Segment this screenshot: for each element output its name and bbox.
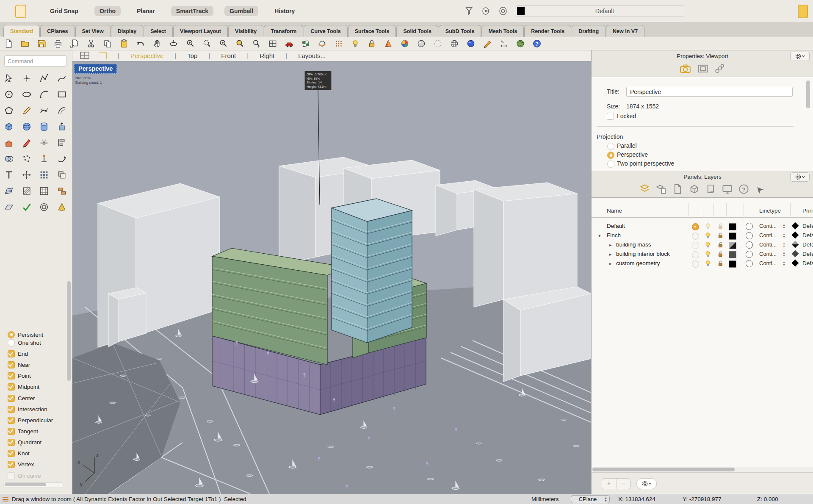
- tab-solid-tools[interactable]: Solid Tools: [396, 25, 438, 37]
- column-print[interactable]: Print: [802, 208, 813, 214]
- ghosted-sphere-icon[interactable]: [433, 39, 443, 49]
- layer-visibility-bulb-icon[interactable]: [705, 223, 711, 231]
- tool-cone-icon[interactable]: [54, 200, 70, 214]
- layer-color-swatch[interactable]: [729, 242, 736, 249]
- projection-radio-two-point-perspective[interactable]: [607, 161, 614, 168]
- render-icon[interactable]: [383, 39, 393, 49]
- tool-rectangle-icon[interactable]: [54, 88, 70, 101]
- tab-drafting[interactable]: Drafting: [572, 25, 606, 37]
- tool-circle-icon[interactable]: [1, 88, 17, 101]
- checkbox-icon[interactable]: [8, 395, 15, 402]
- earth-icon[interactable]: [515, 39, 525, 49]
- layer-row-building-mass[interactable]: ▸building massConti...▲▼Default: [592, 241, 813, 250]
- lamp-icon[interactable]: [350, 39, 360, 49]
- osnap-intersection[interactable]: Intersection: [0, 404, 68, 414]
- column-linetype[interactable]: Linetype: [759, 208, 781, 214]
- tool-array-icon[interactable]: [36, 168, 52, 182]
- checkbox-icon[interactable]: [8, 450, 15, 457]
- export-icon[interactable]: [69, 39, 80, 49]
- checkbox-icon[interactable]: [8, 417, 15, 424]
- tool-check-icon[interactable]: [19, 200, 35, 214]
- layer-print-width[interactable]: Default: [802, 232, 813, 238]
- layer-color-swatch[interactable]: [729, 223, 736, 230]
- tool-handle-icon[interactable]: [36, 152, 52, 166]
- layers-horizontal-scrollbar[interactable]: [592, 467, 813, 472]
- record-icon[interactable]: [481, 6, 491, 16]
- tab-mesh-tools[interactable]: Mesh Tools: [481, 25, 524, 37]
- point-grid-icon[interactable]: [334, 39, 344, 49]
- tool-mesh-sphere-icon[interactable]: [36, 200, 52, 214]
- checkbox-icon[interactable]: [8, 439, 15, 446]
- layer-print-width[interactable]: Default: [802, 241, 813, 248]
- rendered-sphere-icon[interactable]: [466, 39, 476, 49]
- display-preset-field[interactable]: Default: [515, 5, 685, 17]
- chevron-right-icon[interactable]: ▸: [609, 261, 612, 266]
- page-icon[interactable]: [672, 183, 683, 197]
- tab-cplanes[interactable]: CPlanes: [40, 25, 75, 37]
- tool-boolean-icon[interactable]: [1, 152, 17, 166]
- orbit-icon[interactable]: [317, 39, 327, 49]
- tool-sketch-icon[interactable]: [19, 104, 35, 117]
- osnap-tangent[interactable]: Tangent: [0, 426, 68, 436]
- command-history-icon[interactable]: [3, 497, 8, 501]
- tool-freeform-curve-icon[interactable]: [54, 72, 70, 85]
- tool-select-arrow-icon[interactable]: [1, 72, 17, 85]
- wireframe-sphere-icon[interactable]: [449, 39, 459, 49]
- layer-print-color-diamond[interactable]: [792, 222, 799, 230]
- menu-toggle-grid-snap[interactable]: Grid Snap: [45, 6, 83, 16]
- zoom-menu-icon[interactable]: [251, 39, 261, 49]
- properties-gear-button[interactable]: [790, 52, 810, 61]
- tool-extrude-icon[interactable]: [54, 120, 70, 133]
- layer-visibility-bulb-icon[interactable]: [705, 251, 711, 259]
- tab-transform[interactable]: Transform: [264, 25, 303, 37]
- osnap-horizontal-scrollbar[interactable]: [3, 482, 64, 488]
- layer-material-icon[interactable]: [746, 260, 753, 267]
- locked-checkbox[interactable]: [607, 113, 614, 120]
- finch-arrow-icon[interactable]: [755, 183, 766, 197]
- osnap-vertex[interactable]: Vertex: [0, 460, 68, 469]
- layer-material-icon[interactable]: [746, 232, 753, 239]
- link-icon[interactable]: [714, 63, 726, 76]
- panel-dock-icon[interactable]: [15, 5, 26, 18]
- chevron-right-icon[interactable]: ▸: [609, 242, 612, 248]
- undo-icon[interactable]: [136, 39, 146, 49]
- tool-block-icon[interactable]: [54, 184, 70, 198]
- tab-select[interactable]: Select: [144, 25, 173, 37]
- layer-linetype[interactable]: Conti...: [759, 241, 777, 248]
- cplane-dropdown[interactable]: CPlane ▲▼: [571, 495, 610, 503]
- tool-cylinder-icon[interactable]: [36, 120, 52, 133]
- linetype-stepper-icon[interactable]: ▲▼: [783, 260, 785, 266]
- tab-visibility[interactable]: Visibility: [228, 25, 263, 37]
- tab-display[interactable]: Display: [111, 25, 143, 37]
- osnap-near[interactable]: Near: [0, 360, 68, 369]
- copy-icon[interactable]: [102, 39, 113, 49]
- linetype-stepper-icon[interactable]: ▲▼: [783, 223, 785, 229]
- current-layer-indicator[interactable]: [692, 233, 699, 240]
- layer-linetype[interactable]: Conti...: [759, 232, 777, 238]
- tool-flow-icon[interactable]: [54, 152, 70, 166]
- box3d-icon[interactable]: [689, 183, 700, 197]
- current-layer-indicator[interactable]: [692, 260, 699, 268]
- layer-linetype[interactable]: Conti...: [759, 223, 777, 229]
- viewport-tab-top[interactable]: Top: [187, 52, 197, 59]
- layer-visibility-bulb-icon[interactable]: [705, 260, 711, 269]
- layer-name[interactable]: building mass: [616, 241, 651, 248]
- perspective-viewport[interactable]: z x y Perspective NIA: 89%Building count…: [72, 61, 591, 494]
- tab-viewport-layout[interactable]: Viewport Layout: [173, 25, 228, 37]
- layer-color-swatch[interactable]: [729, 251, 736, 258]
- lock-icon[interactable]: [367, 39, 377, 49]
- column-name[interactable]: Name: [607, 208, 622, 214]
- tab-new-in-v7[interactable]: New in V7: [606, 25, 644, 37]
- layer-visibility-bulb-icon[interactable]: [705, 241, 711, 250]
- tool-box-icon[interactable]: [1, 120, 17, 133]
- tool-grid-icon[interactable]: [36, 184, 52, 198]
- command-input[interactable]: Command: [4, 55, 67, 66]
- tool-surface-icon[interactable]: [1, 184, 17, 198]
- cut-icon[interactable]: [86, 39, 96, 49]
- tool-polyline-icon[interactable]: [36, 72, 52, 85]
- tool-text-icon[interactable]: [1, 168, 17, 182]
- zoom-selected-icon[interactable]: [218, 39, 228, 49]
- tool-point-cloud-icon[interactable]: [19, 152, 35, 166]
- dimension-icon[interactable]: [499, 39, 509, 49]
- layers-gear-button[interactable]: [790, 172, 810, 182]
